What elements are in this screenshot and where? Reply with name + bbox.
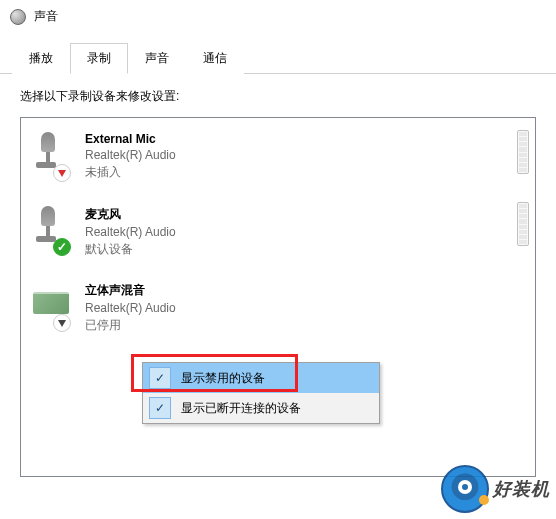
watermark: 好装机 [441, 465, 550, 513]
tab-bar: 播放 录制 声音 通信 [0, 43, 556, 74]
device-info: 麦克风 Realtek(R) Audio 默认设备 [85, 206, 176, 258]
tab-sounds[interactable]: 声音 [128, 43, 186, 74]
checkmark-icon: ✓ [149, 367, 171, 389]
device-vendor: Realtek(R) Audio [85, 301, 176, 315]
watermark-text: 好装机 [493, 477, 550, 501]
tab-recording[interactable]: 录制 [70, 43, 128, 74]
device-row[interactable]: ✓ 麦克风 Realtek(R) Audio 默认设备 [23, 194, 533, 270]
checkmark-icon: ✓ [149, 397, 171, 419]
menu-item-label: 显示已断开连接的设备 [181, 400, 301, 417]
level-meter [517, 202, 529, 246]
menu-item-show-disconnected[interactable]: ✓ 显示已断开连接的设备 [143, 393, 379, 423]
tab-content: 选择以下录制设备来修改设置: External Mic Realtek(R) A… [0, 74, 556, 491]
menu-item-label: 显示禁用的设备 [181, 370, 265, 387]
device-icon [31, 282, 71, 332]
soundcard-icon [33, 292, 69, 314]
default-overlay-icon: ✓ [53, 238, 71, 256]
unplugged-overlay-icon [53, 164, 71, 182]
device-vendor: Realtek(R) Audio [85, 225, 176, 239]
sound-icon [10, 9, 26, 25]
device-row[interactable]: External Mic Realtek(R) Audio 未插入 [23, 120, 533, 194]
disabled-overlay-icon [53, 314, 71, 332]
device-status: 未插入 [85, 164, 176, 181]
level-meter [517, 130, 529, 174]
device-vendor: Realtek(R) Audio [85, 148, 176, 162]
device-name: 立体声混音 [85, 282, 176, 299]
device-status: 默认设备 [85, 241, 176, 258]
menu-item-show-disabled[interactable]: ✓ 显示禁用的设备 [143, 363, 379, 393]
device-info: External Mic Realtek(R) Audio 未插入 [85, 132, 176, 181]
device-icon: ✓ [31, 206, 71, 256]
titlebar: 声音 [0, 0, 556, 29]
device-info: 立体声混音 Realtek(R) Audio 已停用 [85, 282, 176, 334]
microphone-icon [39, 206, 56, 242]
window-title: 声音 [34, 8, 58, 25]
device-status: 已停用 [85, 317, 176, 334]
device-name: External Mic [85, 132, 176, 146]
device-row[interactable]: 立体声混音 Realtek(R) Audio 已停用 [23, 270, 533, 346]
watermark-logo-icon [441, 465, 489, 513]
context-menu: ✓ 显示禁用的设备 ✓ 显示已断开连接的设备 [142, 362, 380, 424]
microphone-icon [39, 132, 56, 168]
device-name: 麦克风 [85, 206, 176, 223]
tab-communications[interactable]: 通信 [186, 43, 244, 74]
tab-playback[interactable]: 播放 [12, 43, 70, 74]
instruction-text: 选择以下录制设备来修改设置: [20, 88, 536, 105]
device-icon [31, 132, 71, 182]
